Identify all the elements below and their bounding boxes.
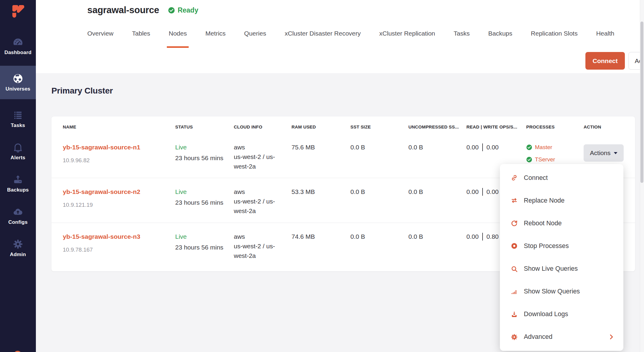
read-ops: 0.00 <box>466 187 479 197</box>
node-cloud-cell: aws us-west-2 / us-west-2a <box>234 232 292 271</box>
process-tserver: TServer <box>526 155 575 164</box>
column-header-uncompressed[interactable]: UNCOMPRESSED SS... <box>408 124 466 129</box>
bell-icon <box>13 142 23 153</box>
menu-item-show-live-queries[interactable]: Show Live Queries <box>500 258 623 280</box>
node-actions-button[interactable]: Actions <box>584 144 624 162</box>
section-title: Primary Cluster <box>51 86 113 96</box>
page-title: sagrawal-source <box>87 5 159 16</box>
tab-tables[interactable]: Tables <box>132 30 150 48</box>
node-region: us-west-2 / us-west-2a <box>234 152 281 171</box>
node-provider: aws <box>234 232 283 241</box>
process-master: Master <box>526 143 575 152</box>
tab-nodes[interactable]: Nodes <box>169 30 187 48</box>
menu-item-label: Show Live Queries <box>524 265 578 273</box>
sidebar-item-dashboard[interactable]: Dashboard <box>0 33 36 59</box>
node-ip: 10.9.121.19 <box>63 200 167 210</box>
tab-backups[interactable]: Backups <box>488 30 512 48</box>
yugabyte-logo[interactable] <box>0 0 36 21</box>
node-uncompressed-size: 0.0 B <box>408 187 466 223</box>
node-name-link[interactable]: yb-15-sagrawal-source-n2 <box>63 187 167 197</box>
menu-item-label: Replace Node <box>524 197 564 204</box>
column-header-processes[interactable]: PROCESSES <box>526 124 584 129</box>
node-ip: 10.9.78.167 <box>63 245 167 255</box>
tab-tasks[interactable]: Tasks <box>454 30 470 48</box>
node-name-link[interactable]: yb-15-sagrawal-source-n1 <box>63 143 167 152</box>
backup-drive-icon <box>13 174 23 185</box>
sidebar-item-label: Alerts <box>10 155 25 161</box>
check-circle-icon <box>526 157 532 163</box>
menu-item-advanced[interactable]: Advanced <box>500 326 623 348</box>
menu-item-label: Connect <box>524 174 548 182</box>
menu-item-connect[interactable]: Connect <box>500 166 623 189</box>
gauge-icon <box>13 37 23 48</box>
node-uncompressed-size: 0.0 B <box>408 232 466 271</box>
scrollbar-track <box>640 0 644 352</box>
node-sst-size: 0.0 B <box>350 232 408 271</box>
node-status: Live <box>175 232 225 241</box>
tab-health[interactable]: Health <box>596 30 614 48</box>
sidebar-item-admin[interactable]: Admin <box>0 235 36 261</box>
connect-button[interactable]: Connect <box>585 52 625 70</box>
sidebar-item-alerts[interactable]: Alerts <box>0 139 36 164</box>
node-name-cell: yb-15-sagrawal-source-n3 10.9.78.167 <box>63 232 175 271</box>
column-header-ram-used[interactable]: RAM USED <box>292 124 350 129</box>
column-header-name[interactable]: NAME <box>63 124 175 129</box>
link-icon <box>511 174 518 181</box>
node-ram: 74.6 MB <box>292 232 350 271</box>
stop-icon <box>511 242 518 250</box>
gear-icon <box>13 239 23 250</box>
tab-queries[interactable]: Queries <box>244 30 266 48</box>
tab-metrics[interactable]: Metrics <box>205 30 226 48</box>
process-link[interactable]: TServer <box>535 155 555 164</box>
node-uptime: 23 hours 56 mins <box>175 198 225 207</box>
title-row: sagrawal-source Ready <box>87 3 198 17</box>
node-status: Live <box>175 187 225 197</box>
node-provider: aws <box>234 187 283 197</box>
menu-item-stop-processes[interactable]: Stop Processes <box>500 235 623 257</box>
sidebar-item-universes[interactable]: Universes <box>0 66 36 99</box>
sidebar-item-label: Admin <box>10 252 26 258</box>
column-header-sst-size[interactable]: SST SIZE <box>350 124 408 129</box>
sidebar: Dashboard Universes Tasks Alerts <box>0 0 36 352</box>
sidebar-item-label: Universes <box>5 86 30 92</box>
node-uncompressed-size: 0.0 B <box>408 143 466 178</box>
menu-item-replace-node[interactable]: Replace Node <box>500 189 623 212</box>
column-header-cloud-info[interactable]: CLOUD INFO <box>234 124 292 129</box>
menu-item-label: Reboot Node <box>524 220 562 227</box>
node-sst-size: 0.0 B <box>350 187 408 223</box>
column-header-status[interactable]: STATUS <box>175 124 234 129</box>
node-sst-size: 0.0 B <box>350 143 408 178</box>
tab-xcluster-replication[interactable]: xCluster Replication <box>379 30 435 48</box>
menu-item-label: Advanced <box>524 333 553 341</box>
check-circle-icon <box>168 7 175 14</box>
column-header-read-write[interactable]: READ | WRITE OPS/S... <box>466 124 526 129</box>
tab-overview[interactable]: Overview <box>87 30 114 48</box>
node-uptime: 23 hours 56 mins <box>175 153 225 163</box>
column-header-action[interactable]: ACTION <box>584 124 624 129</box>
process-link[interactable]: Master <box>535 143 552 152</box>
sidebar-item-configs[interactable]: Configs <box>0 203 36 228</box>
chat-widget-button[interactable] <box>13 351 22 352</box>
sidebar-item-label: Configs <box>8 219 28 225</box>
read-ops: 0.00 <box>466 232 479 241</box>
node-name-cell: yb-15-sagrawal-source-n2 10.9.121.19 <box>63 187 175 223</box>
menu-item-download-logs[interactable]: Download Logs <box>500 303 623 326</box>
node-name-link[interactable]: yb-15-sagrawal-source-n3 <box>63 232 167 241</box>
menu-item-reboot-node[interactable]: Reboot Node <box>500 212 623 235</box>
chevron-right-icon <box>608 334 614 340</box>
node-provider: aws <box>234 143 283 152</box>
write-ops: 0.00 <box>486 143 499 152</box>
node-status-cell: Live 23 hours 56 mins <box>175 232 234 271</box>
value-divider <box>482 233 483 241</box>
tab-replication-slots[interactable]: Replication Slots <box>531 30 578 48</box>
scrollbar-thumb[interactable] <box>640 22 643 183</box>
sidebar-item-tasks[interactable]: Tasks <box>0 106 36 131</box>
menu-item-show-slow-queries[interactable]: Show Slow Queries <box>500 280 623 303</box>
gear-icon <box>511 333 518 341</box>
app-root: Dashboard Universes Tasks Alerts <box>0 0 644 352</box>
tab-xcluster-disaster-recovery[interactable]: xCluster Disaster Recovery <box>285 30 361 48</box>
task-list-icon <box>13 110 23 120</box>
sidebar-item-backups[interactable]: Backups <box>0 171 36 196</box>
node-name-cell: yb-15-sagrawal-source-n1 10.9.96.82 <box>63 143 175 178</box>
sidebar-item-label: Dashboard <box>4 50 32 56</box>
